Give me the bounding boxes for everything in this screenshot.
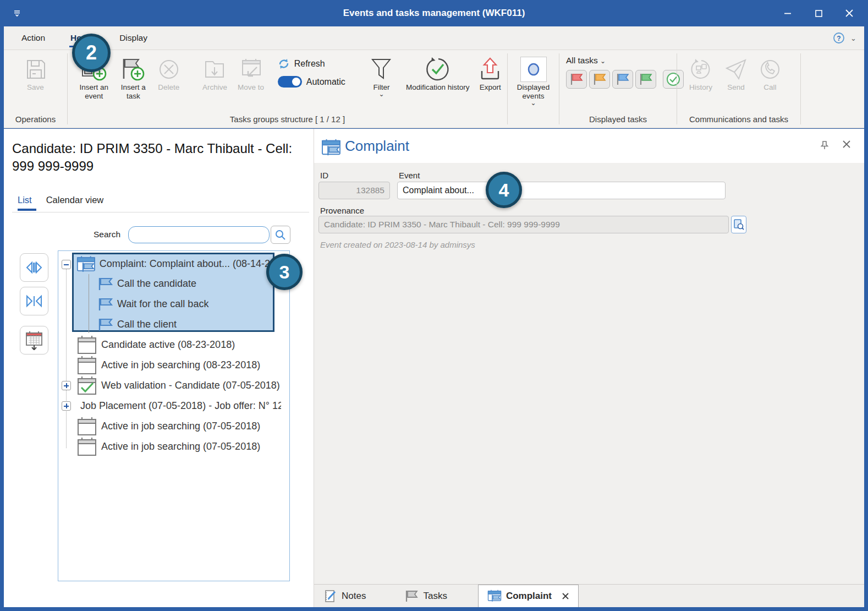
ribbon-group-communications: History Send bbox=[677, 50, 800, 128]
filter-chevron-icon: ⌄ bbox=[378, 92, 384, 96]
notes-icon bbox=[324, 590, 337, 603]
pin-icon[interactable] bbox=[819, 140, 830, 151]
automatic-label: Automatic bbox=[306, 77, 345, 87]
history-button: History bbox=[683, 56, 719, 92]
orange-flag-icon bbox=[592, 73, 607, 86]
tabs-divider bbox=[12, 212, 309, 212]
tree-item-call-client[interactable]: Call the client bbox=[97, 314, 273, 335]
ribbon: Save Operations bbox=[4, 50, 864, 128]
call-icon bbox=[758, 56, 782, 83]
event-flag-calendar-icon bbox=[76, 255, 96, 274]
export-icon bbox=[478, 56, 502, 83]
save-button: Save bbox=[24, 56, 48, 92]
ribbon-separator bbox=[800, 53, 801, 124]
move-to-icon bbox=[238, 56, 263, 83]
tasks-flag-icon bbox=[404, 590, 419, 603]
tab-display[interactable]: Display bbox=[118, 31, 149, 45]
group-caption-communications: Communications and tasks bbox=[677, 113, 800, 128]
tree-item-active-searching-1[interactable]: Active in job searching (08-23-2018) bbox=[76, 355, 281, 375]
callout-step-3: 3 bbox=[266, 254, 303, 290]
provenance-label: Provenance bbox=[320, 206, 364, 215]
insert-task-button[interactable]: Insert a task bbox=[114, 56, 152, 101]
event-detail-panel: Complaint ID Event Provenance bbox=[314, 129, 864, 607]
tab-action[interactable]: Action bbox=[20, 31, 46, 45]
id-field bbox=[318, 182, 390, 199]
event-field[interactable] bbox=[397, 182, 726, 199]
callout-step-4: 4 bbox=[486, 172, 522, 208]
expand-all-button[interactable] bbox=[20, 253, 48, 282]
ribbon-group-displayed-tasks: All tasks ⌄ bbox=[559, 50, 677, 128]
tab-tasks[interactable]: Tasks bbox=[397, 585, 454, 607]
refresh-button[interactable]: Refresh bbox=[278, 58, 361, 70]
tree-item-call-candidate[interactable]: Call the candidate bbox=[97, 274, 273, 294]
expand-expander-web-validation[interactable] bbox=[62, 381, 71, 390]
calendar-check-icon bbox=[76, 376, 97, 396]
tab-close-icon[interactable] bbox=[562, 592, 569, 600]
search-button[interactable] bbox=[271, 226, 290, 244]
save-icon bbox=[24, 56, 48, 83]
complaint-tab-icon bbox=[487, 590, 502, 602]
group-caption-operations: Operations bbox=[4, 113, 67, 128]
search-input[interactable] bbox=[128, 226, 270, 243]
callout-step-2: 2 bbox=[72, 34, 111, 72]
candidate-title: Candidate: ID PRIM 3350 - Marc Thibault … bbox=[12, 140, 298, 175]
send-button: Send bbox=[719, 56, 753, 92]
export-button[interactable]: Export bbox=[473, 56, 507, 92]
tab-notes[interactable]: Notes bbox=[316, 585, 373, 607]
tree-item-job-placement[interactable]: Job Placement (07-05-2018) - Job offer: … bbox=[76, 396, 281, 416]
calendar-export-button[interactable] bbox=[20, 326, 48, 354]
provenance-field bbox=[318, 216, 729, 233]
tree-item-candidate-active[interactable]: Candidate active (08-23-2018) bbox=[76, 335, 281, 355]
expand-expander-job-placement[interactable] bbox=[62, 401, 71, 411]
provenance-browse-button[interactable] bbox=[731, 216, 746, 233]
modification-history-button[interactable]: Modification history bbox=[404, 56, 471, 92]
menubar: Action Home Display ? ⌄ bbox=[4, 26, 864, 50]
blue-flag-filter-button[interactable] bbox=[612, 70, 633, 89]
green-flag-filter-button[interactable] bbox=[635, 70, 656, 89]
events-tree: Complaint: Complaint about... (08-14-202… bbox=[58, 250, 290, 581]
detail-close-icon[interactable] bbox=[842, 140, 851, 149]
group-caption-structure: Tasks groups structure [ 1 / 12 ] bbox=[68, 113, 507, 128]
filter-button[interactable]: Filter ⌄ bbox=[364, 56, 399, 96]
refresh-icon bbox=[278, 58, 290, 70]
red-flag-filter-button[interactable] bbox=[566, 70, 587, 89]
tree-item-active-searching-3[interactable]: Active in job searching (07-05-2018) bbox=[76, 437, 281, 457]
green-flag-icon bbox=[639, 73, 653, 86]
titlebar: Events and tasks management (WKF011) bbox=[0, 0, 868, 26]
tree-item-active-searching-2[interactable]: Active in job searching (07-05-2018) bbox=[76, 416, 281, 437]
ribbon-group-operations: Save Operations bbox=[4, 50, 67, 128]
filter-icon bbox=[370, 56, 393, 83]
tab-calendar-view[interactable]: Calendar view bbox=[46, 195, 104, 210]
task-flag-icon bbox=[97, 297, 113, 312]
detail-header: Complaint bbox=[314, 129, 864, 163]
help-icon[interactable]: ? bbox=[833, 32, 845, 44]
tab-list-view[interactable]: List bbox=[18, 195, 32, 210]
red-flag-icon bbox=[569, 73, 584, 86]
expand-all-icon bbox=[25, 259, 43, 276]
collapse-ribbon-icon[interactable]: ⌄ bbox=[850, 34, 856, 42]
maximize-button[interactable] bbox=[803, 0, 834, 26]
orange-flag-filter-button[interactable] bbox=[589, 70, 610, 89]
all-tasks-dropdown[interactable]: All tasks ⌄ bbox=[566, 56, 684, 66]
move-to-button: Move to bbox=[233, 56, 269, 92]
ribbon-group-structure: Insert an event Insert a task bbox=[68, 50, 507, 128]
archive-icon bbox=[202, 56, 227, 83]
insert-task-icon bbox=[120, 56, 146, 83]
automatic-toggle[interactable] bbox=[278, 76, 302, 88]
tree-item-wait-callback[interactable]: Wait for the call back bbox=[97, 294, 273, 314]
tree-item-complaint[interactable]: Complaint: Complaint about... (08-14-202 bbox=[76, 254, 281, 274]
collapse-all-button[interactable] bbox=[20, 287, 48, 315]
displayed-events-button[interactable]: Displayed events ⌄ bbox=[509, 56, 558, 105]
tab-complaint[interactable]: Complaint bbox=[478, 585, 579, 607]
search-icon bbox=[274, 229, 287, 241]
tree-item-web-validation[interactable]: Web validation - Candidate (07-05-2018) bbox=[76, 375, 281, 396]
close-button[interactable] bbox=[834, 0, 865, 26]
collapse-all-icon bbox=[25, 293, 43, 309]
displayed-events-chevron-icon: ⌄ bbox=[530, 101, 536, 105]
calendar-icon bbox=[76, 335, 97, 355]
task-flag-icon bbox=[97, 277, 113, 291]
call-button: Call bbox=[753, 56, 787, 92]
modification-history-icon bbox=[425, 56, 451, 83]
collapse-expander-complaint[interactable] bbox=[62, 260, 71, 269]
minimize-button[interactable] bbox=[772, 0, 803, 26]
